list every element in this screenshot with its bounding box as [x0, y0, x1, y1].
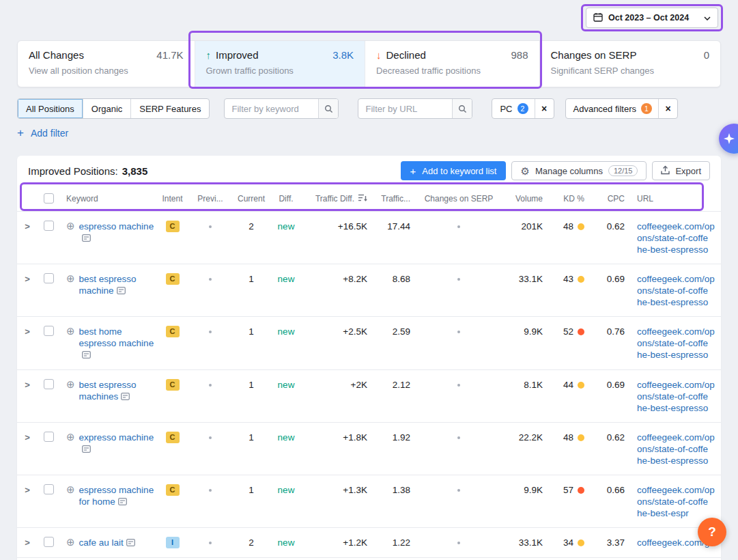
column-header-traffic-diff[interactable]: Traffic Diff.: [302, 194, 370, 204]
url-link[interactable]: coffeegeek.com/opons/state-of-coffehe-be…: [627, 432, 721, 466]
add-keyword-icon[interactable]: ⊕: [66, 484, 75, 508]
date-range-picker[interactable]: Oct 2023 – Oct 2024: [586, 8, 718, 28]
traffic-diff-cell: +16.5K: [302, 221, 370, 232]
add-keyword-icon[interactable]: ⊕: [66, 379, 75, 403]
kd-dot: [578, 328, 584, 335]
serp-changes-dot: [457, 489, 460, 492]
serp-snapshot-icon[interactable]: [121, 391, 130, 403]
remove-pc-filter-icon[interactable]: ×: [535, 99, 554, 118]
column-header-keyword[interactable]: Keyword: [59, 194, 157, 204]
serp-snapshot-icon[interactable]: [82, 444, 91, 456]
column-header-intent[interactable]: Intent: [157, 194, 188, 204]
column-header-cpc[interactable]: CPC: [587, 194, 627, 204]
add-filter-button[interactable]: + Add filter: [17, 127, 68, 139]
keyword-filter-input[interactable]: [225, 104, 318, 114]
select-all-checkbox[interactable]: [44, 193, 54, 204]
column-header-kd[interactable]: KD %: [545, 194, 587, 204]
arrow-up-icon: ↑: [206, 49, 212, 61]
ai-assistant-button[interactable]: [719, 124, 738, 154]
url-search-button[interactable]: [452, 99, 472, 118]
url-link[interactable]: coffeegeek.com/opons/state-of-coffehe-be…: [627, 273, 721, 308]
expand-row-icon[interactable]: >: [25, 432, 30, 443]
export-icon: [661, 165, 670, 177]
url-filter-input[interactable]: [358, 104, 452, 114]
add-keyword-icon[interactable]: ⊕: [66, 273, 75, 297]
column-header-changes-on-serp[interactable]: Changes on SERP: [413, 194, 505, 204]
add-keyword-icon[interactable]: ⊕: [66, 221, 75, 244]
intent-badge: C: [166, 379, 180, 391]
url-link[interactable]: coffeegeek.com/opons/state-of-coffehe-be…: [627, 221, 721, 255]
previous-position-dot: [209, 489, 212, 492]
position-type-tabs: All Positions Organic SERP Features: [17, 98, 210, 119]
url-link[interactable]: coffeegeek.com/opons/state-of-coffehe-be…: [627, 484, 721, 519]
search-icon: [458, 104, 467, 113]
card-improved[interactable]: ↑ Improved 3.8K Grown traffic positions: [195, 41, 366, 87]
keyword-search-button[interactable]: [318, 99, 338, 118]
serp-snapshot-icon[interactable]: [126, 537, 135, 549]
add-to-keyword-list-label: Add to keyword list: [422, 166, 496, 176]
row-checkbox[interactable]: [44, 484, 54, 494]
keyword-link[interactable]: espresso machine for home: [79, 485, 154, 507]
expand-row-icon[interactable]: >: [25, 379, 30, 391]
pc-filter-chip-button[interactable]: PC 2: [492, 103, 534, 114]
serp-snapshot-icon[interactable]: [118, 496, 127, 508]
volume-cell: 33.1K: [505, 537, 545, 548]
manage-columns-button[interactable]: ⚙ Manage columns 12/15: [511, 161, 647, 180]
column-header-current[interactable]: Current: [233, 194, 270, 204]
traffic-diff-cell: +2.5K: [302, 326, 370, 337]
expand-row-icon[interactable]: >: [25, 221, 30, 232]
row-checkbox[interactable]: [44, 537, 54, 547]
add-keyword-icon[interactable]: ⊕: [66, 326, 75, 361]
url-link[interactable]: coffeegeek.com/opons/state-of-coffehe-be…: [627, 326, 721, 361]
card-title: Changes on SERP: [551, 49, 637, 61]
traffic-cell: 2.59: [370, 326, 413, 337]
keyword-cell: ⊕ expresso machine: [59, 432, 157, 456]
expand-row-icon[interactable]: >: [25, 273, 30, 285]
add-to-keyword-list-button[interactable]: + Add to keyword list: [401, 161, 507, 180]
kd-cell: 52: [545, 326, 587, 337]
expand-row-icon[interactable]: >: [25, 484, 30, 496]
serp-changes-dot: [457, 278, 460, 281]
advanced-filters-chip-button[interactable]: Advanced filters 1: [566, 103, 659, 114]
serp-snapshot-icon[interactable]: [82, 350, 91, 361]
column-header-traffic[interactable]: Traffic...: [370, 194, 413, 204]
arrow-down-icon: ↓: [376, 49, 382, 61]
export-button[interactable]: Export: [652, 161, 710, 180]
remove-advanced-filters-icon[interactable]: ×: [658, 99, 677, 118]
row-checkbox[interactable]: [44, 432, 54, 442]
keyword-link[interactable]: espresso machine: [79, 221, 154, 232]
row-checkbox[interactable]: [44, 273, 54, 283]
add-keyword-icon[interactable]: ⊕: [66, 537, 75, 549]
url-link[interactable]: coffeegeek.com/opons/state-of-coffehe-be…: [627, 379, 721, 414]
traffic-diff-cell: +8.2K: [302, 273, 370, 285]
advanced-filters-chip: Advanced filters 1 ×: [565, 98, 679, 119]
serp-snapshot-icon[interactable]: [82, 233, 91, 244]
intent-badge: I: [166, 537, 180, 548]
column-header-diff[interactable]: Diff.: [270, 194, 302, 204]
keyword-link[interactable]: expresso machine: [79, 432, 154, 443]
tab-serp-features[interactable]: SERP Features: [131, 99, 209, 118]
diff-cell: new: [270, 379, 302, 391]
card-value: 0: [704, 49, 709, 61]
row-checkbox[interactable]: [44, 326, 54, 336]
card-declined[interactable]: ↓ Declined 988 Decreased traffic positio…: [365, 41, 540, 87]
keyword-link[interactable]: cafe au lait: [79, 537, 124, 548]
serp-snapshot-icon[interactable]: [117, 285, 126, 297]
keyword-link[interactable]: best espresso machine: [79, 274, 137, 296]
expand-row-icon[interactable]: >: [25, 326, 30, 337]
keyword-link[interactable]: best home espresso machine: [79, 326, 154, 348]
row-checkbox[interactable]: [44, 221, 54, 231]
card-title: All Changes: [29, 49, 84, 61]
column-header-previous[interactable]: Previ...: [188, 194, 233, 204]
tab-organic[interactable]: Organic: [83, 99, 132, 118]
expand-row-icon[interactable]: >: [25, 537, 30, 548]
row-checkbox[interactable]: [44, 379, 54, 389]
help-button[interactable]: ?: [698, 518, 726, 546]
card-all-changes[interactable]: All Changes 41.7K View all position chan…: [18, 41, 195, 87]
card-changes-on-serp[interactable]: Changes on SERP 0 Significant SERP chang…: [540, 41, 720, 87]
tab-all-positions[interactable]: All Positions: [18, 99, 83, 118]
column-header-volume[interactable]: Volume: [505, 194, 545, 204]
add-keyword-icon[interactable]: ⊕: [66, 432, 75, 456]
column-header-url[interactable]: URL: [627, 194, 721, 204]
gear-icon: ⚙: [520, 166, 529, 176]
